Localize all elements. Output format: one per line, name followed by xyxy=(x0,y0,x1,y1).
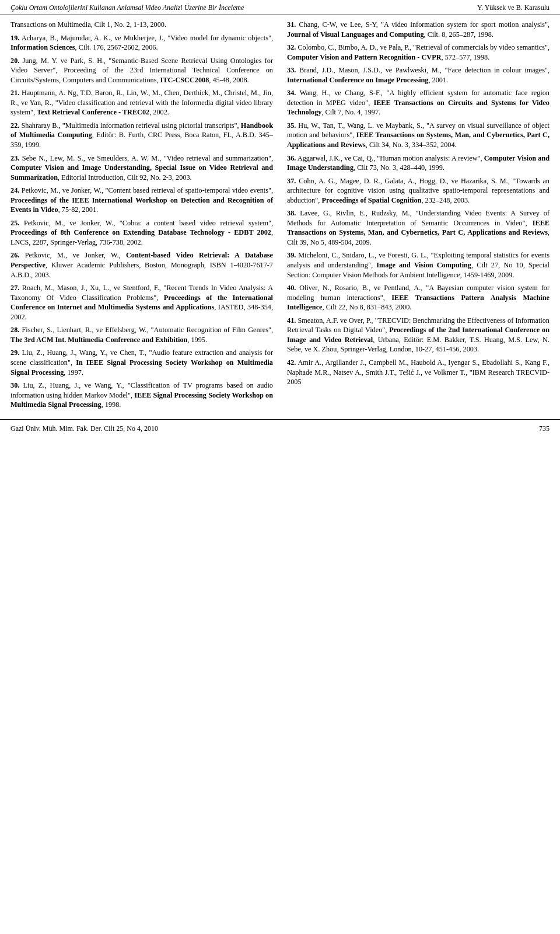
ref-35: 35. Hu, W., Tan, T., Wang, L. ve Maybank… xyxy=(287,121,550,150)
ref-40: 40. Oliver, N., Rosario, B., ve Pentland… xyxy=(287,283,550,312)
ref-28: 28. Fischer, S., Lienhart, R., ve Effels… xyxy=(10,325,273,344)
right-column: 31. Chang, C-W, ve Lee, S-Y, "A video in… xyxy=(280,20,550,413)
ref-25: 25. Petkovic, M., ve Jonker, W., "Cobra:… xyxy=(10,218,273,248)
page: Çoklu Ortam Ontolojilerini Kullanan Anla… xyxy=(0,0,560,445)
ref-39: 39. Micheloni, C., Snidaro, L., ve Fores… xyxy=(287,250,550,280)
ref-37: 37. Cohn, A. G., Magee, D. R., Galata, A… xyxy=(287,176,550,205)
ref-38: 38. Lavee, G., Rivlin, E., Rudzsky, M., … xyxy=(287,208,550,247)
ref-23: 23. Sebe N., Lew, M. S., ve Smeulders, A… xyxy=(10,154,273,183)
ref-33: 33. Brand, J.D., Mason, J.S.D., ve Pawlw… xyxy=(287,65,550,85)
ref-20: 20. Jung, M. Y. ve Park, S. H., "Semanti… xyxy=(10,56,273,85)
ref-41: 41. Smeaton, A.F. ve Over, P., "TRECVID:… xyxy=(287,316,550,354)
footer-right: 735 xyxy=(539,424,550,433)
ref-24: 24. Petkovic, M., ve Jonker, W., "Conten… xyxy=(10,186,273,215)
header-title: Çoklu Ortam Ontolojilerini Kullanan Anla… xyxy=(10,4,244,12)
page-footer: Gazi Üniv. Müh. Mim. Fak. Der. Cilt 25, … xyxy=(0,419,560,433)
page-header: Çoklu Ortam Ontolojilerini Kullanan Anla… xyxy=(0,0,560,15)
ref-34: 34. Wang, H., ve Chang, S-F., "A highly … xyxy=(287,88,550,117)
ref-31: 31. Chang, C-W, ve Lee, S-Y, "A video in… xyxy=(287,20,550,39)
ref-22: 22. Shahraray B., "Multimedia informatio… xyxy=(10,121,273,150)
ref-21: 21. Hauptmann, A. Ng, T.D. Baron, R., Li… xyxy=(10,88,273,117)
main-content: Transactions on Multimedia, Cilt 1, No. … xyxy=(0,20,560,413)
header-author: Y. Yüksek ve B. Karasulu xyxy=(477,4,550,12)
ref-30: 30. Liu, Z., Huang, J., ve Wang, Y., "Cl… xyxy=(10,381,273,410)
intro-ref: Transactions on Multimedia, Cilt 1, No. … xyxy=(10,20,273,30)
ref-32: 32. Colombo, C., Bimbo, A. D., ve Pala, … xyxy=(287,43,550,62)
left-column: Transactions on Multimedia, Cilt 1, No. … xyxy=(10,20,280,413)
footer-left: Gazi Üniv. Müh. Mim. Fak. Der. Cilt 25, … xyxy=(10,424,158,433)
ref-19: 19. Acharya, B., Majumdar, A. K., ve Muk… xyxy=(10,33,273,53)
ref-36: 36. Aggarwal, J.K., ve Cai, Q., "Human m… xyxy=(287,154,550,173)
ref-26: 26. Petkovic, M., ve Jonker, W., Content… xyxy=(10,250,273,280)
ref-42: 42. Amir A., Argillander J., Campbell M.… xyxy=(287,358,550,387)
ref-27: 27. Roach, M., Mason, J., Xu, L., ve Ste… xyxy=(10,283,273,322)
ref-29: 29. Liu, Z., Huang, J., Wang, Y., ve Che… xyxy=(10,348,273,377)
